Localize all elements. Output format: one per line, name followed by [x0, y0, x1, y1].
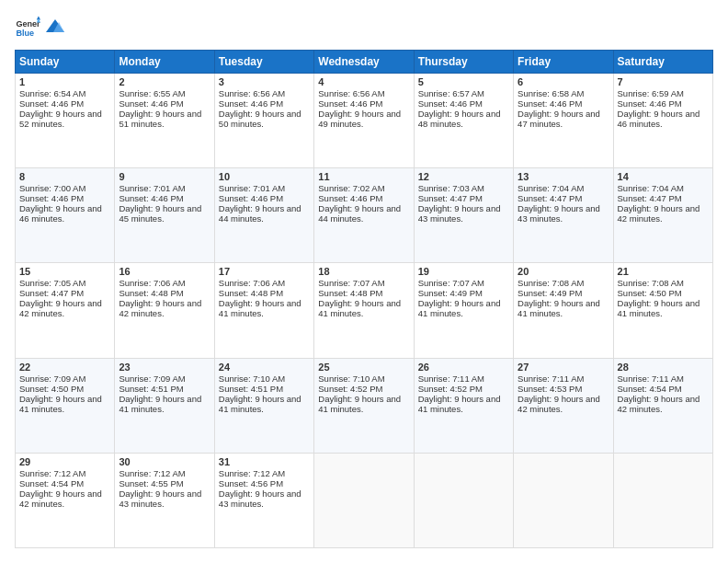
- sunrise: Sunrise: 7:10 AM: [219, 373, 285, 384]
- day-header-saturday: Saturday: [613, 51, 712, 74]
- calendar-cell: 5Sunrise: 6:57 AMSunset: 4:46 PMDaylight…: [414, 74, 513, 168]
- day-number: 9: [119, 171, 210, 182]
- sunrise: Sunrise: 7:08 AM: [518, 278, 584, 288]
- calendar-cell: 10Sunrise: 7:01 AMSunset: 4:46 PMDayligh…: [214, 168, 313, 263]
- sunset: Sunset: 4:55 PM: [119, 478, 183, 488]
- day-number: 3: [219, 76, 310, 87]
- page: General Blue: [0, 0, 728, 563]
- general-blue-icon: General Blue: [15, 15, 40, 40]
- sunset: Sunset: 4:51 PM: [119, 384, 183, 394]
- sunrise: Sunrise: 7:11 AM: [518, 373, 584, 384]
- day-number: 6: [518, 76, 609, 87]
- calendar-cell: 24Sunrise: 7:10 AMSunset: 4:51 PMDayligh…: [214, 358, 313, 453]
- day-number: 7: [618, 76, 709, 87]
- day-number: 1: [19, 76, 110, 87]
- daylight: Daylight: 9 hours and 45 minutes.: [119, 203, 201, 224]
- sunrise: Sunrise: 7:11 AM: [418, 373, 484, 384]
- sunset: Sunset: 4:50 PM: [618, 288, 682, 298]
- sunrise: Sunrise: 7:09 AM: [19, 373, 85, 384]
- daylight: Daylight: 9 hours and 41 minutes.: [19, 394, 102, 414]
- sunset: Sunset: 4:46 PM: [19, 98, 84, 109]
- day-header-thursday: Thursday: [414, 51, 513, 74]
- daylight: Daylight: 9 hours and 41 minutes.: [119, 394, 201, 414]
- daylight: Daylight: 9 hours and 43 minutes.: [119, 488, 201, 509]
- calendar-cell: 18Sunrise: 7:07 AMSunset: 4:48 PMDayligh…: [314, 263, 414, 358]
- daylight: Daylight: 9 hours and 42 minutes.: [618, 394, 700, 414]
- sunrise: Sunrise: 7:12 AM: [119, 468, 185, 478]
- sunset: Sunset: 4:46 PM: [418, 98, 483, 109]
- day-number: 15: [19, 266, 110, 277]
- calendar-cell: 21Sunrise: 7:08 AMSunset: 4:50 PMDayligh…: [613, 263, 712, 358]
- sunrise: Sunrise: 7:00 AM: [19, 183, 85, 193]
- sunset: Sunset: 4:51 PM: [219, 384, 283, 394]
- day-number: 29: [19, 456, 110, 467]
- calendar-week-row: 29Sunrise: 7:12 AMSunset: 4:54 PMDayligh…: [16, 453, 713, 547]
- daylight: Daylight: 9 hours and 41 minutes.: [318, 394, 401, 414]
- day-number: 8: [19, 171, 110, 182]
- day-header-tuesday: Tuesday: [214, 51, 313, 74]
- sunset: Sunset: 4:46 PM: [318, 193, 382, 203]
- sunrise: Sunrise: 7:07 AM: [418, 278, 484, 288]
- logo-triangle-icon: [44, 17, 64, 38]
- svg-text:General: General: [16, 19, 40, 29]
- daylight: Daylight: 9 hours and 43 minutes.: [518, 203, 600, 224]
- day-number: 23: [119, 362, 210, 373]
- daylight: Daylight: 9 hours and 46 minutes.: [19, 203, 102, 224]
- day-number: 21: [618, 266, 709, 277]
- sunrise: Sunrise: 7:03 AM: [418, 183, 484, 193]
- sunset: Sunset: 4:52 PM: [418, 384, 483, 394]
- daylight: Daylight: 9 hours and 52 minutes.: [19, 109, 102, 129]
- calendar-cell: 11Sunrise: 7:02 AMSunset: 4:46 PMDayligh…: [314, 168, 414, 263]
- day-number: 20: [518, 266, 609, 277]
- calendar-cell: 19Sunrise: 7:07 AMSunset: 4:49 PMDayligh…: [414, 263, 513, 358]
- calendar-cell: [414, 453, 513, 547]
- calendar-week-row: 8Sunrise: 7:00 AMSunset: 4:46 PMDaylight…: [16, 168, 713, 263]
- daylight: Daylight: 9 hours and 46 minutes.: [618, 109, 700, 129]
- sunrise: Sunrise: 6:56 AM: [318, 88, 384, 98]
- sunrise: Sunrise: 7:10 AM: [318, 373, 384, 384]
- day-number: 10: [219, 171, 310, 182]
- sunrise: Sunrise: 6:57 AM: [418, 88, 484, 98]
- calendar-cell: 8Sunrise: 7:00 AMSunset: 4:46 PMDaylight…: [16, 168, 115, 263]
- daylight: Daylight: 9 hours and 41 minutes.: [219, 298, 301, 318]
- calendar-cell: 12Sunrise: 7:03 AMSunset: 4:47 PMDayligh…: [414, 168, 513, 263]
- calendar-cell: 25Sunrise: 7:10 AMSunset: 4:52 PMDayligh…: [314, 358, 414, 453]
- logo: General Blue: [15, 15, 66, 40]
- sunset: Sunset: 4:48 PM: [318, 288, 382, 298]
- day-number: 27: [518, 362, 609, 373]
- svg-text:Blue: Blue: [16, 29, 34, 38]
- day-number: 2: [119, 76, 210, 87]
- sunset: Sunset: 4:46 PM: [119, 98, 183, 109]
- sunrise: Sunrise: 7:01 AM: [219, 183, 285, 193]
- calendar-cell: 16Sunrise: 7:06 AMSunset: 4:48 PMDayligh…: [115, 263, 214, 358]
- day-number: 16: [119, 266, 210, 277]
- daylight: Daylight: 9 hours and 43 minutes.: [219, 488, 301, 509]
- day-number: 13: [518, 171, 609, 182]
- calendar-week-row: 22Sunrise: 7:09 AMSunset: 4:50 PMDayligh…: [16, 358, 713, 453]
- sunset: Sunset: 4:53 PM: [518, 384, 582, 394]
- sunset: Sunset: 4:49 PM: [518, 288, 582, 298]
- logo-general: [44, 17, 66, 38]
- daylight: Daylight: 9 hours and 41 minutes.: [418, 298, 501, 318]
- calendar-cell: 26Sunrise: 7:11 AMSunset: 4:52 PMDayligh…: [414, 358, 513, 453]
- day-number: 5: [418, 76, 509, 87]
- daylight: Daylight: 9 hours and 42 minutes.: [119, 298, 201, 318]
- daylight: Daylight: 9 hours and 41 minutes.: [518, 298, 600, 318]
- day-number: 18: [318, 266, 409, 277]
- sunset: Sunset: 4:54 PM: [19, 478, 84, 488]
- calendar-cell: 29Sunrise: 7:12 AMSunset: 4:54 PMDayligh…: [16, 453, 115, 547]
- sunrise: Sunrise: 6:59 AM: [618, 88, 684, 98]
- sunrise: Sunrise: 7:05 AM: [19, 278, 85, 288]
- daylight: Daylight: 9 hours and 42 minutes.: [618, 203, 700, 224]
- sunrise: Sunrise: 6:58 AM: [518, 88, 584, 98]
- day-number: 14: [618, 171, 709, 182]
- sunrise: Sunrise: 7:04 AM: [518, 183, 584, 193]
- daylight: Daylight: 9 hours and 42 minutes.: [19, 488, 102, 509]
- day-number: 17: [219, 266, 310, 277]
- daylight: Daylight: 9 hours and 41 minutes.: [219, 394, 301, 414]
- calendar-header-row: SundayMondayTuesdayWednesdayThursdayFrid…: [16, 51, 713, 74]
- daylight: Daylight: 9 hours and 44 minutes.: [318, 203, 401, 224]
- calendar-cell: 13Sunrise: 7:04 AMSunset: 4:47 PMDayligh…: [514, 168, 613, 263]
- sunset: Sunset: 4:50 PM: [19, 384, 84, 394]
- sunrise: Sunrise: 7:11 AM: [618, 373, 684, 384]
